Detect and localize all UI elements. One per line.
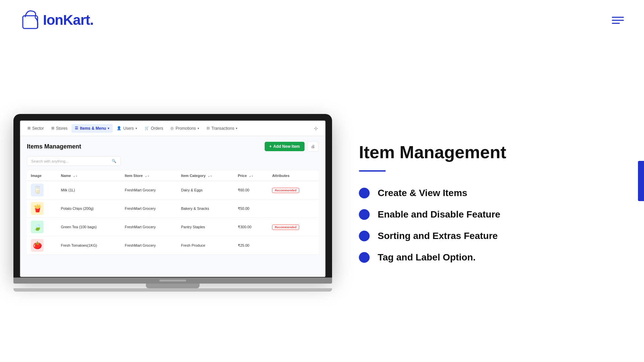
nav-promotions[interactable]: ◎ Promotions ▾ xyxy=(167,124,203,133)
col-name[interactable]: Name ▲▼ xyxy=(57,171,120,181)
add-new-item-button[interactable]: + Add New Item xyxy=(265,142,305,151)
nav-more[interactable]: ⊹ xyxy=(311,124,321,133)
table-row: 🍅 Fresh Tomatoes(1KG) FreshMart Grocery … xyxy=(27,236,319,255)
table-body: 🥛 Milk (1L) FreshMart Grocery Dairy & Eg… xyxy=(27,181,319,255)
table-row: 🍃 Green Tea (100 bags) FreshMart Grocery… xyxy=(27,218,319,236)
promotions-chevron: ▾ xyxy=(198,127,199,130)
col-price[interactable]: Price ▲▼ xyxy=(234,171,268,181)
cell-store-0: FreshMart Grocery xyxy=(121,181,177,199)
transactions-icon: ⊟ xyxy=(207,126,210,130)
feature-dot-sorting-extras xyxy=(359,231,370,241)
col-attributes: Attributes xyxy=(268,171,319,181)
laptop-screen: ⊞ Sector ⊞ Stores ☰ Items & Menu ▾ 👤 xyxy=(19,120,326,278)
search-placeholder: Search with anything... xyxy=(31,159,68,163)
nav-orders-label: Orders xyxy=(151,126,163,131)
print-icon: 🖨 xyxy=(311,144,315,149)
items-menu-icon: ☰ xyxy=(75,126,78,130)
item-image-0: 🥛 xyxy=(31,184,44,196)
nav-items-menu[interactable]: ☰ Items & Menu ▾ xyxy=(71,124,113,133)
page-title: Items Management xyxy=(27,143,81,150)
price-sort-icon: ▲▼ xyxy=(249,175,254,177)
cell-price-2: ₹300.00 xyxy=(234,218,268,236)
logo-text-kart: Kart. xyxy=(63,12,94,28)
nav-transactions-label: Transactions xyxy=(211,126,234,131)
feature-heading: Item Management xyxy=(359,143,617,162)
item-image-1: 🍟 xyxy=(31,202,44,215)
app-content: Items Management + Add New Item 🖨 xyxy=(20,136,325,277)
laptop-foot xyxy=(13,288,332,292)
cell-category-2: Pantry Staples xyxy=(177,218,234,236)
nav-promotions-label: Promotions xyxy=(175,126,196,131)
laptop-mockup: ⊞ Sector ⊞ Stores ☰ Items & Menu ▾ 👤 xyxy=(13,114,332,292)
nav-stores-label: Stores xyxy=(56,126,68,131)
nav-transactions[interactable]: ⊟ Transactions ▾ xyxy=(203,124,241,133)
category-sort-icon: ▲▼ xyxy=(208,175,212,177)
cell-attributes-1 xyxy=(268,199,319,218)
promotions-icon: ◎ xyxy=(170,126,174,130)
cell-price-1: ₹50.00 xyxy=(234,199,268,218)
cell-attributes-0: Recommended xyxy=(268,181,319,199)
feature-label-sorting-extras: Sorting and Extras Feature xyxy=(378,231,498,241)
logo: IonKart. xyxy=(20,8,94,32)
col-item-store[interactable]: Item Store ▲▼ xyxy=(121,171,177,181)
print-button[interactable]: 🖨 xyxy=(307,141,319,152)
cell-store-1: FreshMart Grocery xyxy=(121,199,177,218)
cell-price-0: ₹60.00 xyxy=(234,181,268,199)
hamburger-line-1 xyxy=(612,17,624,18)
col-item-category[interactable]: Item Category ▲▼ xyxy=(177,171,234,181)
laptop-base xyxy=(13,278,332,284)
cell-category-1: Bakery & Snacks xyxy=(177,199,234,218)
nav-sector[interactable]: ⊞ Sector xyxy=(24,124,47,133)
cell-category-3: Fresh Produce xyxy=(177,236,234,255)
nav-users-label: Users xyxy=(123,126,133,131)
search-icon: 🔍 xyxy=(112,159,116,163)
feature-label-create-view: Create & View Items xyxy=(378,188,467,198)
nav-users[interactable]: 👤 Users ▾ xyxy=(113,124,140,133)
users-chevron: ▾ xyxy=(136,127,137,130)
feature-divider xyxy=(359,170,386,172)
feature-list: Create & View Items Enable and Disable F… xyxy=(359,188,617,263)
app-navbar: ⊞ Sector ⊞ Stores ☰ Items & Menu ▾ 👤 xyxy=(20,121,325,136)
cell-price-3: ₹25.00 xyxy=(234,236,268,255)
cell-attributes-2: Recommended xyxy=(268,218,319,236)
nav-stores[interactable]: ⊞ Stores xyxy=(48,124,71,133)
cell-name-0: Milk (1L) xyxy=(57,181,120,199)
name-sort-icon: ▲▼ xyxy=(73,175,77,177)
cell-store-3: FreshMart Grocery xyxy=(121,236,177,255)
feature-item-sorting-extras: Sorting and Extras Feature xyxy=(359,231,617,241)
cell-image-2: 🍃 xyxy=(27,218,57,236)
items-menu-chevron: ▾ xyxy=(108,127,109,130)
cell-name-1: Potato Chips (200g) xyxy=(57,199,120,218)
table-row: 🥛 Milk (1L) FreshMart Grocery Dairy & Eg… xyxy=(27,181,319,199)
hamburger-menu[interactable] xyxy=(612,17,624,24)
nav-items-label: Items & Menu xyxy=(80,126,106,131)
cell-store-2: FreshMart Grocery xyxy=(121,218,177,236)
recommended-badge-2: Recommended xyxy=(272,225,299,230)
items-table: Image Name ▲▼ Item Store ▲▼ xyxy=(27,171,319,255)
col-image: Image xyxy=(27,171,57,181)
page-header: Items Management + Add New Item 🖨 xyxy=(27,141,319,152)
nav-sector-label: Sector xyxy=(32,126,44,131)
hamburger-line-3 xyxy=(612,23,620,24)
cell-name-2: Green Tea (100 bags) xyxy=(57,218,120,236)
main-content: ⊞ Sector ⊞ Stores ☰ Items & Menu ▾ 👤 xyxy=(0,44,644,362)
orders-icon: 🛒 xyxy=(145,126,149,130)
cell-category-0: Dairy & Eggs xyxy=(177,181,234,199)
item-image-2: 🍃 xyxy=(31,221,44,233)
features-panel: Item Management Create & View Items Enab… xyxy=(332,129,644,276)
recommended-badge-0: Recommended xyxy=(272,188,299,193)
transactions-chevron: ▾ xyxy=(236,127,237,130)
cell-name-3: Fresh Tomatoes(1KG) xyxy=(57,236,120,255)
logo-text: IonKart. xyxy=(43,12,94,28)
feature-dot-tag-label xyxy=(359,252,370,263)
feature-dot-create-view xyxy=(359,188,370,198)
cell-image-1: 🍟 xyxy=(27,199,57,218)
hamburger-line-2 xyxy=(612,20,624,21)
nav-orders[interactable]: 🛒 Orders xyxy=(141,124,167,133)
users-icon: 👤 xyxy=(117,126,121,130)
feature-label-tag-label: Tag and Label Option. xyxy=(378,252,476,263)
search-bar[interactable]: Search with anything... 🔍 xyxy=(27,156,121,166)
sector-icon: ⊞ xyxy=(28,126,31,130)
logo-bag-icon xyxy=(20,8,40,32)
item-image-3: 🍅 xyxy=(31,239,44,252)
